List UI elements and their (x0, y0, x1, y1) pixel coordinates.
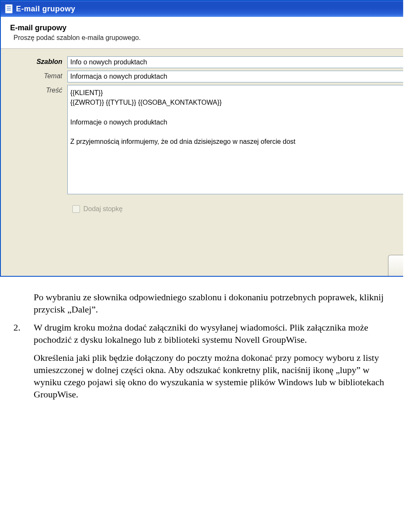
wizard-button-partial[interactable] (388, 255, 403, 276)
label-temat: Temat (13, 71, 67, 80)
dialog-header: E-mail grupowy Proszę podać szablon e-ma… (1, 17, 403, 49)
list-item-2: 2. W drugim kroku można dodać załączniki… (34, 321, 391, 406)
document-body: Po wybraniu ze słownika odpowiedniego sz… (0, 277, 404, 416)
dialog-window: E-mail grupowy E-mail grupowy Proszę pod… (0, 0, 403, 277)
row-tresc: Treść {{KLIENT}} {{ZWROT}} {{TYTUL}} {{O… (13, 85, 403, 194)
row-temat: Temat Informacja o nowych produktach (13, 71, 403, 82)
titlebar[interactable]: E-mail grupowy (1, 1, 403, 17)
label-szablon: Szablon (13, 56, 67, 66)
row-szablon: Szablon Info o nowych produktach (13, 56, 403, 68)
label-tresc: Treść (13, 85, 67, 94)
dialog-subtitle: Proszę podać szablon e-maila grupowego. (13, 34, 394, 42)
form-area: Szablon Info o nowych produktach Temat I… (1, 49, 403, 276)
window-icon (5, 4, 13, 13)
list-number-2: 2. (13, 321, 34, 333)
checkbox-dodaj-stopke[interactable] (72, 205, 80, 213)
label-dodaj-stopke: Dodaj stopkę (83, 205, 122, 213)
paragraph-3: Określenia jaki plik będzie dołączony do… (34, 352, 391, 400)
input-szablon[interactable]: Info o nowych produktach (67, 56, 403, 68)
textarea-tresc[interactable]: {{KLIENT}} {{ZWROT}} {{TYTUL}} {{OSOBA_K… (67, 85, 403, 194)
dialog-title: E-mail grupowy (10, 24, 394, 32)
paragraph-2: W drugim kroku można dodać załączniki do… (34, 321, 391, 346)
row-dodaj-stopke: Dodaj stopkę (72, 205, 403, 213)
input-temat[interactable]: Informacja o nowych produktach (67, 71, 403, 82)
window-title: E-mail grupowy (16, 5, 75, 13)
paragraph-1: Po wybraniu ze słownika odpowiedniego sz… (34, 291, 391, 315)
